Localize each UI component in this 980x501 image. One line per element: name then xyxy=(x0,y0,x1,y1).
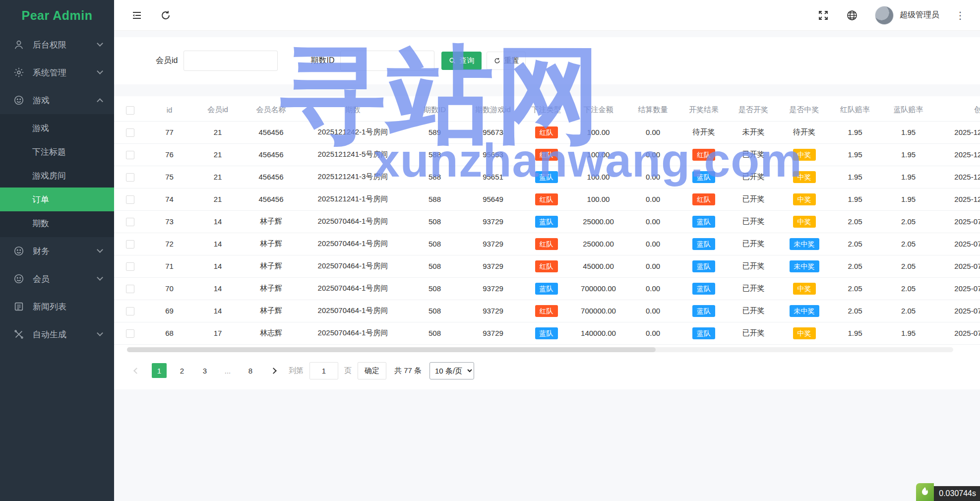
table-cell: 2025-07-04 21:08:59 xyxy=(937,255,980,277)
table-cell: 72 xyxy=(146,233,193,255)
sidebar-item-label: 后台权限 xyxy=(33,39,98,51)
sidebar-item-game-sub[interactable]: 游戏 xyxy=(0,116,114,140)
table-cell: 2025121241-3号房间 xyxy=(300,166,406,188)
table-cell: 林志辉 xyxy=(243,322,300,344)
table-cell: 1.95 xyxy=(830,143,880,166)
table-cell: 588 xyxy=(406,188,463,210)
row-checkbox[interactable] xyxy=(126,218,134,226)
sidebar-item-members[interactable]: 会员 xyxy=(0,265,114,293)
sidebar-item-game[interactable]: 游戏 xyxy=(0,86,114,114)
page-number-button[interactable]: 1 xyxy=(152,363,167,378)
table-row: 75214564562025121241-3号房间58895651蓝队100.0… xyxy=(114,166,980,188)
table-cell: 2025-07-04 21:09:17 xyxy=(937,210,980,233)
thinkphp-logo-icon[interactable] xyxy=(916,483,934,501)
period-id-input[interactable] xyxy=(340,51,434,71)
table-cell: 0.00 xyxy=(627,166,679,188)
table-cell: 21 xyxy=(193,166,243,188)
table-cell: 已开奖 xyxy=(729,188,778,210)
row-checkbox[interactable] xyxy=(126,329,134,338)
table-cell: 已开奖 xyxy=(729,322,778,344)
table-cell: 红队 xyxy=(679,188,729,210)
more-menu-icon[interactable]: ⋮ xyxy=(955,10,965,20)
select-all-checkbox[interactable] xyxy=(126,106,134,115)
next-page-button[interactable] xyxy=(266,363,281,378)
sidebar-item-label: 系统管理 xyxy=(33,67,98,78)
page-number-button[interactable]: 8 xyxy=(243,363,258,378)
topbar: 超级管理员 ⋮ xyxy=(114,0,980,31)
row-checkbox[interactable] xyxy=(126,195,134,204)
table-cell: 0.00 xyxy=(627,210,679,233)
table-cell: 2025070464-1号房间 xyxy=(300,277,406,300)
table-row: 74214564562025121241-1号房间58895649红队100.0… xyxy=(114,188,980,210)
table-cell: 2025-12-12 13:31:06 xyxy=(937,166,980,188)
news-icon xyxy=(13,301,24,312)
row-checkbox[interactable] xyxy=(126,285,134,293)
table-cell: 1.95 xyxy=(880,322,937,344)
sidebar-item-bet-title[interactable]: 下注标题 xyxy=(0,140,114,164)
sidebar-item-system[interactable]: 系统管理 xyxy=(0,59,114,86)
table-cell: 508 xyxy=(406,322,463,344)
row-checkbox[interactable] xyxy=(126,128,134,137)
goto-page-input[interactable] xyxy=(309,362,338,379)
status-badge: 蓝队 xyxy=(535,216,558,228)
table-cell: 2025-12-12 13:31:00 xyxy=(937,188,980,210)
reset-button[interactable]: 重置 xyxy=(487,52,526,70)
sidebar-item-orders[interactable]: 订单 xyxy=(0,188,114,211)
table-cell: 2025070464-1号房间 xyxy=(300,322,406,344)
row-checkbox[interactable] xyxy=(126,307,134,315)
table-cell: 蓝队 xyxy=(679,255,729,277)
chevron-left-icon xyxy=(133,368,140,374)
table-cell: 93729 xyxy=(463,277,523,300)
row-checkbox[interactable] xyxy=(126,240,134,249)
query-button[interactable]: 查询 xyxy=(441,52,482,70)
table-cell: 1.95 xyxy=(880,121,937,143)
prev-page-button[interactable] xyxy=(129,363,144,378)
page-number-button[interactable]: 3 xyxy=(197,363,212,378)
status-badge: 红队 xyxy=(535,305,558,317)
chevron-down-icon xyxy=(97,68,103,74)
sidebar-item-game-room[interactable]: 游戏房间 xyxy=(0,164,114,188)
sidebar-item-admin-auth[interactable]: 后台权限 xyxy=(0,31,114,59)
row-checkbox[interactable] xyxy=(126,173,134,182)
avatar[interactable] xyxy=(875,6,894,25)
globe-icon[interactable] xyxy=(846,9,858,21)
table-cell: 2025-07-04 21:09:17 xyxy=(937,233,980,255)
sidebar-item-news[interactable]: 新闻列表 xyxy=(0,293,114,320)
sidebar-submenu-game: 游戏 下注标题 游戏房间 订单 期数 xyxy=(0,114,114,237)
table-header-row: id会员id会员名称期数期数ID期数游戏id下注类型下注金额结算数量开奖结果是否… xyxy=(114,99,980,121)
sidebar-item-label: 游戏 xyxy=(33,95,98,106)
table-cell: 100.00 xyxy=(570,166,627,188)
table-cell: 红队 xyxy=(679,143,729,166)
member-id-input[interactable] xyxy=(184,51,278,71)
table-cell: 2.05 xyxy=(830,210,880,233)
page-number-button[interactable]: 2 xyxy=(175,363,189,378)
horizontal-scrollbar-thumb[interactable] xyxy=(127,347,656,352)
collapse-menu-icon[interactable] xyxy=(131,9,143,21)
sidebar-item-autogen[interactable]: 自动生成 xyxy=(0,320,114,348)
table-cell: 林子辉 xyxy=(243,210,300,233)
column-header: 开奖结果 xyxy=(679,99,729,121)
table-row: 7114林子辉2025070464-1号房间50893729红队45000.00… xyxy=(114,255,980,277)
table-cell: 未开奖 xyxy=(729,121,778,143)
table-row: 76214564562025121241-5号房间58895653红队100.0… xyxy=(114,143,980,166)
sidebar-item-periods[interactable]: 期数 xyxy=(0,211,114,235)
username[interactable]: 超级管理员 xyxy=(900,10,939,20)
per-page-select[interactable]: 10 条/页 xyxy=(429,362,474,379)
table-cell: 2.05 xyxy=(880,277,937,300)
table-cell: 93729 xyxy=(463,255,523,277)
refresh-icon[interactable] xyxy=(160,9,172,21)
table-cell: 2025-07-04 21:08:50 xyxy=(937,300,980,322)
table-cell: 1.95 xyxy=(830,166,880,188)
period-id-label: 期数ID xyxy=(310,56,334,66)
column-header: id xyxy=(146,99,193,121)
table-cell: 508 xyxy=(406,233,463,255)
fullscreen-icon[interactable] xyxy=(817,9,829,21)
table-cell: 蓝队 xyxy=(679,300,729,322)
sidebar-item-finance[interactable]: 财务 xyxy=(0,237,114,265)
row-checkbox[interactable] xyxy=(126,262,134,271)
row-checkbox[interactable] xyxy=(126,151,134,159)
confirm-page-button[interactable]: 确定 xyxy=(358,362,386,379)
table-cell: 76 xyxy=(146,143,193,166)
table-cell: 100.00 xyxy=(570,188,627,210)
table-cell: 0.00 xyxy=(627,188,679,210)
